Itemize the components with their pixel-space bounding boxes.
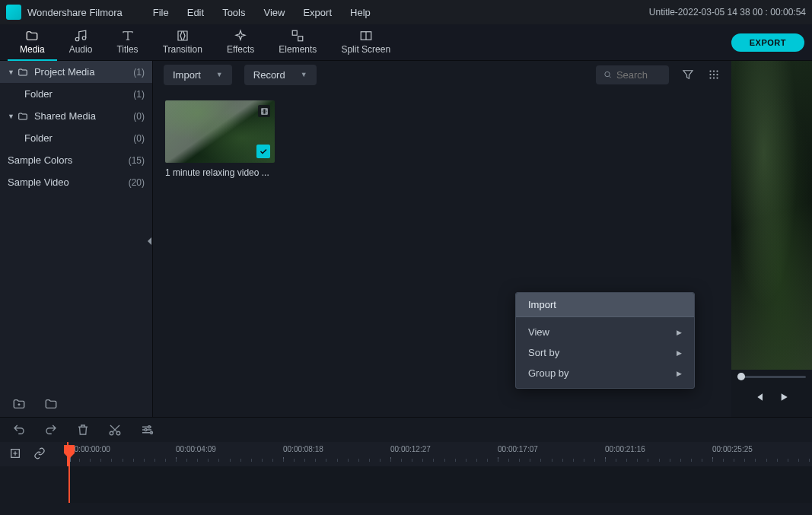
timeline-ruler[interactable]: 00:00:00:00 00:00:04:09 00:00:08:18 00:0… bbox=[0, 442, 812, 466]
context-menu-item-view[interactable]: View ▶ bbox=[516, 322, 694, 342]
grid-view-icon[interactable] bbox=[707, 68, 721, 81]
sidebar-bottom-toolbar bbox=[0, 391, 152, 417]
context-menu: Import View ▶ Sort by ▶ Group by ▶ bbox=[515, 292, 695, 389]
prev-frame-button[interactable] bbox=[753, 391, 766, 403]
tab-transition[interactable]: Transition bbox=[151, 24, 215, 61]
ruler-tick: 00:00:25:25 bbox=[712, 445, 753, 453]
menu-view[interactable]: View bbox=[256, 3, 292, 22]
add-track-button[interactable] bbox=[9, 447, 23, 461]
context-menu-item-group-by[interactable]: Group by ▶ bbox=[516, 363, 694, 383]
svg-point-8 bbox=[716, 70, 718, 72]
media-thumbnail[interactable] bbox=[165, 100, 275, 163]
document-title: Untitle-2022-03-05 14 38 00 : 00:00:54 bbox=[649, 7, 806, 17]
svg-point-14 bbox=[716, 77, 718, 78]
media-grid[interactable]: 1 minute relaxing video ... Import View … bbox=[153, 88, 731, 417]
tab-split-screen[interactable]: Split Screen bbox=[329, 24, 403, 61]
cut-button[interactable] bbox=[108, 423, 122, 437]
svg-point-0 bbox=[75, 37, 79, 41]
link-button[interactable] bbox=[33, 447, 47, 461]
menu-file[interactable]: File bbox=[145, 3, 177, 22]
chevron-right-icon: ▶ bbox=[677, 370, 682, 377]
tab-media[interactable]: Media bbox=[8, 24, 57, 61]
tab-effects[interactable]: Effects bbox=[215, 24, 266, 61]
svg-point-1 bbox=[82, 36, 86, 40]
play-button[interactable] bbox=[778, 391, 790, 403]
svg-rect-2 bbox=[293, 30, 298, 35]
menu-edit[interactable]: Edit bbox=[180, 3, 212, 22]
chevron-down-icon: ▼ bbox=[301, 71, 307, 78]
context-menu-item-import[interactable]: Import bbox=[516, 293, 694, 317]
preview-controls bbox=[731, 383, 812, 411]
chevron-right-icon: ▶ bbox=[677, 349, 682, 357]
tab-label: Effects bbox=[227, 44, 254, 55]
chevron-down-icon: ▼ bbox=[216, 71, 223, 78]
split-icon bbox=[359, 29, 373, 43]
folder-icon[interactable] bbox=[44, 397, 58, 411]
tab-titles[interactable]: Titles bbox=[104, 24, 150, 61]
preview-scrubber[interactable] bbox=[731, 370, 812, 383]
chevron-right-icon: ▶ bbox=[677, 329, 682, 336]
sidebar-item-count: (15) bbox=[129, 155, 145, 166]
adjust-button[interactable] bbox=[140, 423, 154, 437]
tab-audio[interactable]: Audio bbox=[57, 24, 105, 61]
sidebar-item-shared-media[interactable]: ▼ Shared Media (0) bbox=[0, 105, 152, 127]
search-input[interactable] bbox=[616, 69, 661, 81]
svg-point-7 bbox=[713, 70, 715, 72]
folder-icon bbox=[25, 29, 39, 43]
title-bar: Wondershare Filmora File Edit Tools View… bbox=[0, 0, 812, 24]
sidebar-item-sample-video[interactable]: Sample Video (20) bbox=[0, 171, 152, 193]
undo-button[interactable] bbox=[12, 423, 26, 437]
menu-tools[interactable]: Tools bbox=[215, 3, 253, 22]
menu-bar: File Edit Tools View Export Help bbox=[145, 3, 378, 22]
svg-rect-3 bbox=[298, 36, 303, 40]
svg-point-19 bbox=[145, 429, 147, 431]
content-panel: Import ▼ Record ▼ bbox=[152, 61, 731, 417]
sidebar-item-project-media[interactable]: ▼ Project Media (1) bbox=[0, 61, 152, 83]
dropdown-label: Record bbox=[253, 69, 285, 81]
tab-elements[interactable]: Elements bbox=[266, 24, 329, 61]
sidebar-item-count: (1) bbox=[133, 89, 145, 100]
filter-icon[interactable] bbox=[681, 68, 695, 81]
menu-export[interactable]: Export bbox=[295, 3, 339, 22]
sidebar-item-label: Shared Media bbox=[34, 110, 96, 122]
chevron-down-icon: ▼ bbox=[8, 113, 14, 120]
sidebar-item-label: Sample Colors bbox=[8, 154, 72, 166]
sidebar-item-folder[interactable]: Folder (1) bbox=[0, 83, 152, 105]
search-box[interactable] bbox=[596, 65, 669, 84]
folder-icon bbox=[18, 111, 28, 122]
svg-point-6 bbox=[709, 70, 711, 72]
timeline-left-controls bbox=[0, 442, 67, 466]
context-menu-item-sort-by[interactable]: Sort by ▶ bbox=[516, 342, 694, 363]
sidebar-item-count: (1) bbox=[133, 67, 145, 78]
import-dropdown[interactable]: Import ▼ bbox=[164, 65, 232, 85]
ruler-tick: 00:00:08:18 bbox=[283, 445, 323, 453]
sidebar-item-folder[interactable]: Folder (0) bbox=[0, 127, 152, 149]
delete-button[interactable] bbox=[76, 423, 90, 437]
timeline-toolbar bbox=[0, 418, 812, 442]
svg-rect-15 bbox=[261, 108, 266, 113]
export-button[interactable]: EXPORT bbox=[731, 33, 804, 52]
menu-help[interactable]: Help bbox=[342, 3, 378, 22]
app-logo-icon bbox=[6, 5, 21, 20]
context-item-label: View bbox=[528, 326, 549, 338]
media-item[interactable]: 1 minute relaxing video ... bbox=[165, 100, 275, 178]
timeline: 00:00:00:00 00:00:04:09 00:00:08:18 00:0… bbox=[0, 417, 812, 515]
ruler[interactable]: 00:00:00:00 00:00:04:09 00:00:08:18 00:0… bbox=[67, 442, 812, 466]
sidebar-item-label: Project Media bbox=[34, 66, 94, 78]
record-dropdown[interactable]: Record ▼ bbox=[244, 65, 317, 85]
transition-icon bbox=[176, 29, 189, 43]
scrubber-knob[interactable] bbox=[737, 373, 745, 380]
search-icon bbox=[603, 69, 612, 80]
timeline-track[interactable] bbox=[0, 466, 812, 503]
playhead[interactable] bbox=[68, 445, 70, 503]
new-folder-icon[interactable] bbox=[12, 397, 26, 411]
redo-button[interactable] bbox=[44, 423, 58, 437]
app-name: Wondershare Filmora bbox=[27, 7, 123, 18]
tool-tabs: Media Audio Titles Transition Effects El… bbox=[0, 24, 812, 61]
sidebar: ▼ Project Media (1) Folder (1) ▼ Shared … bbox=[0, 61, 152, 417]
svg-point-10 bbox=[713, 74, 715, 75]
sidebar-item-count: (0) bbox=[133, 133, 145, 144]
preview-canvas[interactable] bbox=[731, 61, 812, 370]
sidebar-item-sample-colors[interactable]: Sample Colors (15) bbox=[0, 149, 152, 171]
main-area: ▼ Project Media (1) Folder (1) ▼ Shared … bbox=[0, 61, 812, 417]
